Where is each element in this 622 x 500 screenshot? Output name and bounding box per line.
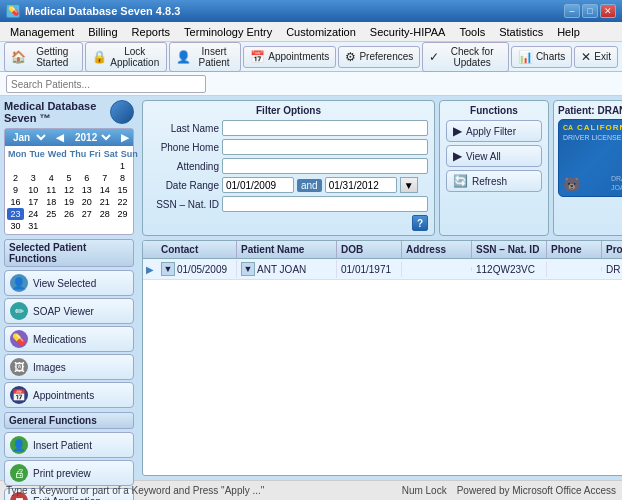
col-header-contact[interactable]: Contact: [157, 241, 237, 258]
date-from-input[interactable]: [222, 177, 294, 193]
col-header-ssn[interactable]: SSN – Nat. ID: [472, 241, 547, 258]
getting-started-button[interactable]: 🏠 Getting Started: [4, 42, 83, 72]
appointments-left-icon: 📅: [10, 386, 28, 404]
cal-cell[interactable]: 30: [7, 220, 24, 232]
help-button[interactable]: ?: [412, 215, 428, 231]
insert-patient-left-button[interactable]: 👤 Insert Patient: [4, 432, 134, 458]
cal-cell[interactable]: 13: [78, 184, 95, 196]
col-header-phone[interactable]: Phone: [547, 241, 602, 258]
medications-button[interactable]: 💊 Medications: [4, 326, 134, 352]
date-picker-button[interactable]: ▼: [400, 177, 418, 193]
cal-cell[interactable]: 4: [43, 172, 60, 184]
contact-dropdown[interactable]: ▼: [161, 262, 175, 276]
charts-button[interactable]: 📊 Charts: [511, 46, 572, 68]
cal-cell[interactable]: 11: [43, 184, 60, 196]
apply-filter-button[interactable]: ▶ Apply Filter: [446, 120, 542, 142]
exit-button[interactable]: ✕ Exit: [574, 46, 618, 68]
cal-cell[interactable]: [96, 160, 113, 172]
cal-cell[interactable]: 25: [43, 208, 60, 220]
lock-application-button[interactable]: 🔒 Lock Application: [85, 42, 167, 72]
cal-cell[interactable]: 26: [61, 208, 78, 220]
year-select[interactable]: 201220112010: [71, 131, 114, 144]
cal-cell[interactable]: 8: [114, 172, 131, 184]
menu-statistics[interactable]: Statistics: [493, 24, 549, 40]
cal-cell[interactable]: 9: [7, 184, 24, 196]
month-select[interactable]: JanFebMar AprMayJun JulAugSep OctNovDec: [9, 131, 49, 144]
col-header-patient-name[interactable]: Patient Name: [237, 241, 337, 258]
menu-terminology[interactable]: Terminology Entry: [178, 24, 278, 40]
search-input[interactable]: [6, 75, 206, 93]
cal-cell[interactable]: 20: [78, 196, 95, 208]
cal-cell[interactable]: 1: [114, 160, 131, 172]
cal-cell[interactable]: 16: [7, 196, 24, 208]
menu-help[interactable]: Help: [551, 24, 586, 40]
refresh-label: Refresh: [472, 176, 507, 187]
cal-cell[interactable]: 2: [7, 172, 24, 184]
cal-cell[interactable]: [7, 160, 24, 172]
preferences-button[interactable]: ⚙ Preferences: [338, 46, 420, 68]
cal-cell[interactable]: 14: [96, 184, 113, 196]
cal-cell[interactable]: 22: [114, 196, 131, 208]
cal-cell[interactable]: 5: [61, 172, 78, 184]
cal-cell[interactable]: 17: [25, 196, 42, 208]
cal-cell[interactable]: 21: [96, 196, 113, 208]
check-updates-label: Check for Updates: [442, 46, 502, 68]
cal-cell[interactable]: 29: [114, 208, 131, 220]
view-all-button[interactable]: ▶ View All: [446, 145, 542, 167]
cal-cell[interactable]: [114, 220, 131, 232]
cal-cell-today[interactable]: 23: [7, 208, 24, 220]
menu-billing[interactable]: Billing: [82, 24, 123, 40]
table-row[interactable]: ▶ ▼ 01/05/2009 ▼ ANT JOAN 01/01/1971 112…: [143, 259, 622, 280]
last-name-label: Last Name: [149, 123, 219, 134]
phone-home-input[interactable]: [222, 139, 428, 155]
cal-cell[interactable]: 10: [25, 184, 42, 196]
minimize-button[interactable]: –: [564, 4, 580, 18]
col-header-dob[interactable]: DOB: [337, 241, 402, 258]
appointments-toolbar-button[interactable]: 📅 Appointments: [243, 46, 336, 68]
cal-cell[interactable]: 28: [96, 208, 113, 220]
lock-label: Lock Application: [110, 46, 160, 68]
cal-cell[interactable]: 3: [25, 172, 42, 184]
cal-cell[interactable]: [78, 160, 95, 172]
menu-customization[interactable]: Customization: [280, 24, 362, 40]
cal-cell[interactable]: 7: [96, 172, 113, 184]
images-button[interactable]: 🖼 Images: [4, 354, 134, 380]
insert-patient-toolbar-button[interactable]: 👤 Insert Patient: [169, 42, 241, 72]
attending-input[interactable]: [222, 158, 428, 174]
cal-cell[interactable]: 19: [61, 196, 78, 208]
cal-cell[interactable]: 31: [25, 220, 42, 232]
cal-cell[interactable]: [96, 220, 113, 232]
cal-cell[interactable]: 15: [114, 184, 131, 196]
last-name-input[interactable]: [222, 120, 428, 136]
col-header-provider[interactable]: Provider: [602, 241, 622, 258]
cal-cell[interactable]: [61, 160, 78, 172]
date-to-input[interactable]: [325, 177, 397, 193]
menu-security[interactable]: Security-HIPAA: [364, 24, 452, 40]
refresh-button[interactable]: 🔄 Refresh: [446, 170, 542, 192]
menu-reports[interactable]: Reports: [126, 24, 177, 40]
cal-cell[interactable]: 18: [43, 196, 60, 208]
view-selected-button[interactable]: 👤 View Selected: [4, 270, 134, 296]
cal-cell[interactable]: [25, 160, 42, 172]
print-preview-button[interactable]: 🖨 Print preview: [4, 460, 134, 486]
cal-cell[interactable]: 27: [78, 208, 95, 220]
cal-cell[interactable]: [43, 160, 60, 172]
ssn-input[interactable]: [222, 196, 428, 212]
menu-tools[interactable]: Tools: [453, 24, 491, 40]
col-header-address[interactable]: Address: [402, 241, 472, 258]
patient-card-label: Patient: DRANT JOAN: [558, 105, 622, 116]
name-dropdown[interactable]: ▼: [241, 262, 255, 276]
filter-panel-title: Filter Options: [149, 105, 428, 116]
soap-viewer-button[interactable]: ✏ SOAP Viewer: [4, 298, 134, 324]
menu-management[interactable]: Management: [4, 24, 80, 40]
appointments-left-button[interactable]: 📅 Appointments: [4, 382, 134, 408]
maximize-button[interactable]: □: [582, 4, 598, 18]
cal-cell[interactable]: 6: [78, 172, 95, 184]
close-button[interactable]: ✕: [600, 4, 616, 18]
check-updates-button[interactable]: ✓ Check for Updates: [422, 42, 509, 72]
cal-cell[interactable]: [43, 220, 60, 232]
cal-cell[interactable]: [61, 220, 78, 232]
cal-cell[interactable]: 12: [61, 184, 78, 196]
cal-cell[interactable]: 24: [25, 208, 42, 220]
cal-cell[interactable]: [78, 220, 95, 232]
